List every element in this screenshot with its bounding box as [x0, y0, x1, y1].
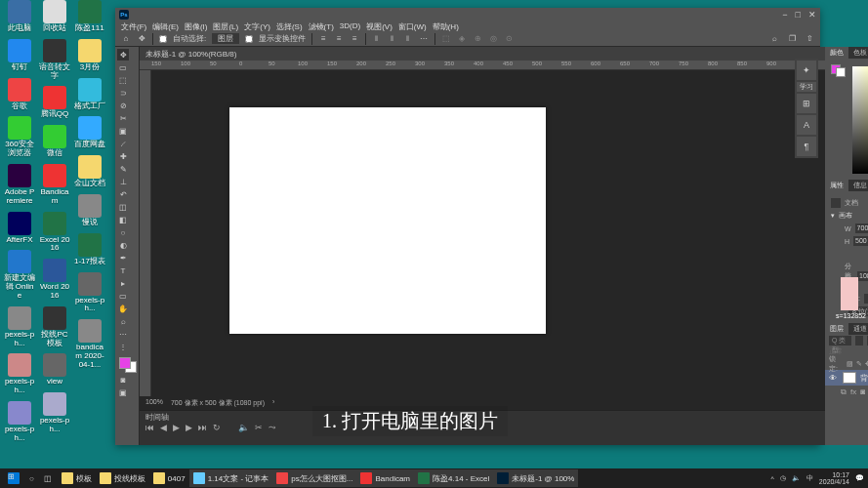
menu-item[interactable]: 窗口(W) [398, 21, 427, 31]
menu-item[interactable]: 选择(S) [276, 21, 303, 31]
3d-icon-2[interactable]: ◈ [457, 34, 467, 44]
desktop-icon[interactable]: pexels-ph... [4, 353, 35, 395]
status-chevron-icon[interactable]: › [272, 398, 274, 408]
zoom-level[interactable]: 100% [145, 398, 163, 408]
tl-audio-icon[interactable]: 🔈 [238, 423, 249, 436]
desktop-icon[interactable]: Word 2016 [39, 259, 70, 301]
tab-info[interactable]: 信息 [848, 180, 868, 191]
desktop-icon[interactable]: 金山文档 [74, 155, 105, 188]
tray-vol-icon[interactable]: 🔈 [792, 474, 801, 482]
tl-split-icon[interactable]: ✂ [255, 423, 263, 436]
more-tools[interactable]: ⋯ [117, 328, 129, 340]
desktop-icon[interactable]: Excel 2016 [39, 212, 70, 254]
artboard-tool[interactable]: ▭ [117, 61, 129, 73]
zoom-tool[interactable]: ⌕ [117, 315, 129, 327]
marquee-tool[interactable]: ⬚ [117, 74, 129, 86]
align-left-icon[interactable]: ≡ [318, 34, 328, 44]
menu-item[interactable]: 文字(Y) [244, 21, 270, 31]
pen-tool[interactable]: ✒ [117, 252, 129, 264]
color-swatch[interactable] [117, 357, 137, 373]
tray-up-icon[interactable]: ^ [771, 475, 774, 482]
close-button[interactable]: ✕ [808, 10, 816, 20]
tl-last-icon[interactable]: ⏭ [198, 423, 207, 436]
gradient-tool[interactable]: ◧ [117, 214, 129, 225]
align-right-icon[interactable]: ≡ [350, 34, 359, 44]
blend-mode-select[interactable]: 正常 [829, 346, 843, 358]
menu-item[interactable]: 视图(V) [366, 21, 393, 31]
desktop-icon[interactable]: pexels-ph... [4, 401, 35, 443]
desktop-icon[interactable]: 3月份 [74, 39, 105, 72]
width-input[interactable] [855, 224, 868, 233]
desktop-icon[interactable]: 百度网盘 [74, 116, 105, 149]
brush-tool[interactable]: ✎ [117, 163, 129, 175]
start-button[interactable]: ⊞ [4, 469, 23, 487]
menu-item[interactable]: 图层(L) [213, 21, 238, 31]
taskbar-item[interactable]: ps怎么大图抠图... [272, 469, 356, 487]
menu-item[interactable]: 文件(F) [121, 21, 146, 31]
3d-icon-4[interactable]: ◎ [488, 34, 498, 44]
desktop-icon[interactable]: 新建文编辑 Online [4, 250, 35, 300]
blur-tool[interactable]: ○ [117, 226, 129, 238]
mode-3d-icon[interactable]: ⬚ [441, 34, 451, 44]
desktop-icon[interactable]: pexels-ph... [74, 272, 105, 314]
taskbar-item[interactable]: 1.14文案 - 记事本 [189, 469, 273, 487]
filter-pixel-icon[interactable] [855, 336, 863, 346]
taskbar-item[interactable]: 陈盈4.14 - Excel [414, 469, 493, 487]
desktop-icon[interactable]: bandicam 2020-04-1... [74, 319, 105, 369]
lock-pixel-icon[interactable]: ✎ [856, 360, 862, 368]
res-input[interactable] [857, 271, 868, 281]
healing-tool[interactable]: ✚ [117, 150, 129, 162]
quick-select-tool[interactable]: ⊘ [117, 100, 129, 111]
path-select-tool[interactable]: ▸ [117, 277, 129, 289]
tray-ime-icon[interactable]: 中 [806, 473, 813, 483]
history-brush-tool[interactable]: ↶ [117, 188, 129, 200]
distribute-icon[interactable]: ⫴ [372, 34, 382, 44]
tl-first-icon[interactable]: ⏮ [145, 423, 154, 436]
desktop-icon[interactable]: 360安全浏览器 [4, 116, 35, 158]
menu-item[interactable]: 帮助(H) [433, 21, 459, 31]
desktop-icon[interactable]: 此电脑 [4, 0, 35, 33]
tl-transition-icon[interactable]: ⤳ [269, 423, 276, 436]
desktop-icon[interactable]: AfterFX [4, 212, 35, 245]
layer-name[interactable]: 背景 [860, 373, 868, 384]
desktop-icon[interactable]: 投线PC模板 [39, 306, 70, 348]
edit-toolbar[interactable]: ⋮ [117, 341, 129, 352]
character-icon[interactable]: A [797, 115, 816, 135]
tl-next-icon[interactable]: ▶ [186, 423, 192, 436]
taskbar-item[interactable]: 投线模板 [96, 469, 149, 487]
search-icon[interactable]: ⌕ [769, 34, 779, 44]
distribute-h-icon[interactable]: ⫴ [403, 34, 413, 44]
menu-item[interactable]: 滤镜(T) [309, 21, 334, 31]
crop-tool[interactable]: ✂ [117, 112, 129, 124]
mode-select[interactable]: RGB 颜色 [864, 294, 868, 304]
layer-fx-icon[interactable]: fx [850, 387, 856, 397]
layer-mask-icon[interactable]: ◙ [860, 387, 865, 397]
workspace-icon[interactable]: ❐ [787, 34, 797, 44]
home-icon[interactable]: ⌂ [121, 34, 131, 44]
menu-item[interactable]: 图像(I) [185, 21, 208, 31]
desktop-icon[interactable]: 1-17报表 [74, 233, 105, 266]
visibility-icon[interactable]: 👁 [829, 374, 839, 383]
height-input[interactable] [853, 236, 868, 246]
maximize-button[interactable]: □ [796, 10, 801, 20]
desktop-icon[interactable]: 格式工厂 [74, 78, 105, 111]
3d-icon-5[interactable]: ⊙ [504, 34, 514, 44]
system-tray[interactable]: ^ ◷ 🔈 中 10:17 2020/4/14 💬 [771, 471, 864, 485]
learn-icon[interactable]: ✦ [797, 61, 816, 80]
move-tool-icon[interactable]: ✥ [137, 34, 146, 44]
foreground-color[interactable] [119, 357, 131, 369]
desktop-icon[interactable]: 语音转文字 [39, 39, 70, 81]
dodge-tool[interactable]: ◐ [117, 239, 129, 251]
stamp-tool[interactable]: ⊥ [117, 176, 129, 187]
lasso-tool[interactable]: ⊃ [117, 87, 129, 99]
tl-prev-icon[interactable]: ◀ [160, 423, 167, 436]
tab-properties[interactable]: 属性 [825, 180, 848, 191]
taskbar-item[interactable]: Bandicam [356, 469, 414, 487]
desktop-icon[interactable]: 陈盈111 [74, 0, 105, 33]
desktop-icon[interactable]: 谷歌 [4, 78, 35, 111]
panel-color-swatch[interactable] [831, 64, 847, 76]
libraries-icon[interactable]: ⊞ [797, 94, 816, 113]
paragraph-icon[interactable]: ¶ [797, 137, 816, 156]
show-transform-checkbox[interactable] [245, 35, 253, 43]
tl-play-icon[interactable]: ▶ [173, 423, 180, 436]
